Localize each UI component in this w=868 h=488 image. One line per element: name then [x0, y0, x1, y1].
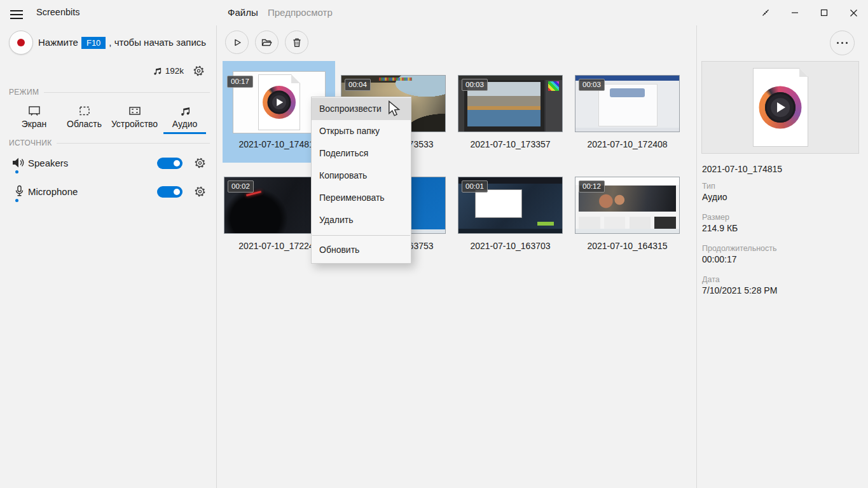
speaker-icon: [11, 156, 25, 169]
audio-file-page-icon: [258, 74, 300, 130]
source-section-header: ИСТОЧНИК: [9, 139, 57, 147]
device-icon: [128, 105, 141, 117]
mode-selector: Экран Область Устройство Аудио: [9, 102, 210, 134]
details-field-size: Размер 214.9 КБ: [702, 213, 861, 234]
maximize-button[interactable]: [809, 0, 839, 25]
microphone-settings-button[interactable]: [195, 186, 205, 197]
trash-icon: [291, 37, 303, 48]
compact-overlay-button[interactable]: [751, 0, 780, 25]
context-menu: Воспроизвести Открыть папку Поделиться К…: [311, 97, 411, 264]
dot: [837, 42, 839, 44]
audio-file-page-icon: [753, 68, 808, 147]
active-indicator-dot: [15, 170, 18, 173]
source-row-microphone: Microphone: [0, 183, 217, 208]
field-label: Размер: [702, 213, 861, 222]
maximize-icon: [820, 9, 828, 17]
details-fields: Тип Аудио Размер 214.9 КБ Продолжительно…: [702, 182, 861, 306]
region-icon: [78, 105, 91, 117]
tab-files[interactable]: Файлы: [228, 7, 258, 18]
open-folder-button[interactable]: [255, 30, 279, 54]
menu-item-share[interactable]: Поделиться: [312, 142, 411, 165]
audio-quality: 192k: [153, 65, 204, 76]
mode-label: Область: [67, 119, 102, 129]
speakers-toggle[interactable]: [157, 158, 183, 169]
mode-section-header: РЕЖИМ: [9, 88, 44, 97]
close-icon: [850, 9, 858, 17]
dot: [846, 42, 848, 44]
details-field-type: Тип Аудио: [702, 182, 861, 203]
record-button[interactable]: [9, 30, 33, 55]
duration-badge: 00:17: [227, 76, 253, 88]
source-label-speakers: Speakers: [28, 158, 68, 168]
details-field-date: Дата 7/10/2021 5:28 PM: [702, 275, 861, 297]
window-controls: [751, 0, 868, 25]
audio-icon: [179, 105, 191, 117]
close-button[interactable]: [839, 0, 868, 25]
gear-icon: [195, 186, 205, 197]
duration-badge: 00:03: [579, 79, 605, 91]
gear-icon: [193, 65, 204, 76]
duration-badge: 00:03: [462, 79, 488, 91]
field-value: 00:00:17: [702, 254, 861, 266]
microphone-icon: [13, 185, 27, 198]
field-label: Продолжительность: [702, 244, 861, 254]
menu-divider: [312, 235, 410, 236]
field-value: Аудио: [702, 191, 861, 203]
duration-badge: 00:01: [462, 180, 488, 193]
details-panel-divider: [696, 25, 697, 488]
compact-overlay-icon: [761, 8, 771, 18]
mode-item-device[interactable]: Устройство: [109, 102, 160, 134]
duration-badge: 00:04: [345, 79, 371, 91]
menu-item-delete[interactable]: Удалить: [312, 209, 411, 231]
file-name[interactable]: 2021-07-10_164315: [571, 241, 684, 251]
menu-item-copy[interactable]: Копировать: [312, 165, 411, 187]
mode-label: Аудио: [172, 119, 198, 129]
menu-item-rename[interactable]: Переименовать: [312, 187, 411, 209]
delete-button[interactable]: [285, 30, 308, 54]
screen-icon: [28, 105, 41, 117]
mode-item-region[interactable]: Область: [59, 102, 109, 134]
details-file-name: 2021-07-10_174815: [702, 164, 782, 174]
duration-badge: 00:12: [579, 180, 605, 193]
minimize-button[interactable]: [780, 0, 809, 25]
sidebar: НажмитеF10, чтобы начать запись 192k РЕЖ…: [0, 25, 217, 488]
f10-key-badge: F10: [81, 37, 106, 49]
details-field-duration: Продолжительность 00:00:17: [702, 244, 861, 266]
menu-item-open-folder[interactable]: Открыть папку: [312, 120, 411, 142]
play-button[interactable]: [225, 30, 249, 54]
play-icon: [231, 37, 243, 48]
tab-preview[interactable]: Предпросмотр: [268, 7, 333, 18]
source-label-microphone: Microphone: [28, 186, 78, 197]
field-label: Дата: [702, 275, 861, 285]
field-value: 214.9 КБ: [702, 222, 861, 234]
mode-item-screen[interactable]: Экран: [9, 102, 59, 134]
minimize-icon: [791, 9, 799, 17]
record-hint: НажмитеF10, чтобы начать запись: [38, 37, 206, 49]
active-indicator-dot: [15, 199, 18, 202]
toggle-knob: [174, 160, 180, 166]
microphone-toggle[interactable]: [157, 186, 183, 198]
duration-badge: 00:02: [228, 180, 254, 193]
audio-settings-button[interactable]: [193, 65, 204, 76]
field-value: 7/10/2021 5:28 PM: [702, 285, 861, 297]
file-name[interactable]: 2021-07-10_172408: [571, 139, 684, 149]
speakers-settings-button[interactable]: [195, 158, 205, 168]
record-hint-suffix: , чтобы начать запись: [109, 37, 206, 48]
gear-icon: [195, 158, 205, 168]
more-options-button[interactable]: [830, 30, 855, 55]
audio-quality-value: 192k: [165, 66, 184, 76]
toggle-knob: [174, 189, 180, 195]
menu-item-refresh[interactable]: Обновить: [312, 239, 411, 261]
open-folder-icon: [261, 37, 273, 48]
mouse-cursor-icon: [388, 100, 402, 117]
dot: [841, 42, 843, 44]
preview-thumbnail[interactable]: [701, 61, 859, 154]
hamburger-menu-icon[interactable]: [9, 6, 24, 20]
source-row-speakers: Speakers: [0, 154, 217, 180]
mode-item-audio[interactable]: Аудио: [160, 102, 210, 134]
record-hint-prefix: Нажмите: [38, 37, 78, 48]
file-name[interactable]: 2021-07-10_163703: [454, 241, 567, 251]
music-note-icon: [153, 67, 162, 76]
mode-label: Экран: [22, 119, 47, 129]
file-name[interactable]: 2021-07-10_173357: [454, 139, 567, 149]
